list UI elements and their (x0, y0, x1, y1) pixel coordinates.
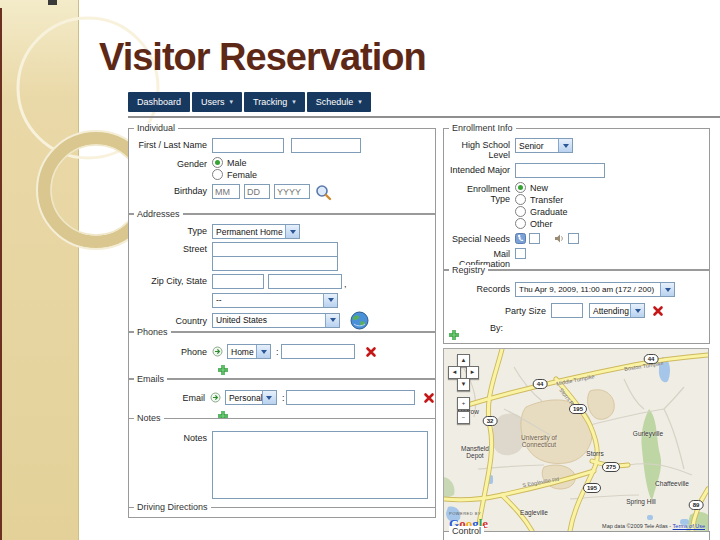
nav-dashboard-button[interactable]: Dashboard (128, 92, 190, 112)
route-badge-32: 32 (483, 416, 498, 426)
map-zoom-out-button[interactable]: − (457, 411, 470, 424)
enrollment-type-radio-label: Graduate (530, 207, 568, 217)
notes-fieldset: Notes Notes (128, 418, 436, 508)
mail-confirmation-checkbox[interactable] (515, 248, 526, 259)
nav-label: Dashboard (137, 92, 181, 112)
address-type-label: Type (133, 224, 207, 236)
globe-icon[interactable] (350, 311, 369, 330)
birthday-label: Birthday (133, 184, 207, 196)
gender-radio-label: Male (227, 158, 247, 168)
attending-value: Attending (590, 306, 630, 316)
emails-legend: Emails (134, 374, 167, 384)
hs-level-value: Senior (516, 141, 546, 151)
state-select[interactable]: -- (212, 293, 338, 308)
map-place-label: Chaffeeville (655, 480, 689, 487)
add-record-icon[interactable] (448, 329, 460, 341)
copyright-text: Map data ©2009 Tele Atlas - (602, 523, 671, 529)
party-size-label: Party Size (448, 306, 546, 316)
enrollment-type-radio-new[interactable] (515, 182, 526, 193)
street-label: Street (133, 242, 207, 254)
gender-radio-male[interactable] (212, 157, 223, 168)
phone-label: Phone (133, 347, 207, 357)
map-place-label: Gurleyville (633, 430, 663, 437)
control-fieldset: Control (443, 531, 710, 540)
gender-radio-female[interactable] (212, 169, 223, 180)
city-input[interactable] (268, 274, 342, 289)
delete-phone-icon[interactable] (365, 346, 377, 358)
map-down-button[interactable]: ▼ (457, 378, 470, 391)
last-name-input[interactable] (291, 138, 361, 153)
gender-label: Gender (133, 157, 207, 169)
caret-down-icon: ▾ (230, 92, 234, 112)
route-badge-44: 44 (644, 354, 659, 364)
special-needs-mobility-checkbox[interactable] (529, 233, 540, 244)
hs-level-label: High School Level (448, 138, 510, 160)
address-type-select[interactable]: Permanent Home (212, 224, 300, 239)
birthday-month-input[interactable] (212, 184, 240, 199)
enrollment-type-radio-graduate[interactable] (515, 206, 526, 217)
wheelchair-icon (515, 233, 526, 244)
records-value: Thu Apr 9, 2009, 11:00 am (172 / 200) (516, 285, 656, 294)
notes-textarea[interactable] (212, 431, 428, 499)
street-input-1[interactable] (212, 242, 338, 257)
map-place-label: University of Connecticut (521, 434, 557, 448)
individual-legend: Individual (134, 123, 178, 133)
delete-record-icon[interactable] (652, 305, 664, 317)
map[interactable]: MerrowMansfield DepotUniversity of Conne… (443, 348, 709, 532)
colon-text: : (276, 347, 279, 357)
arrow-circle-icon[interactable] (210, 392, 221, 403)
nav-schedule-button[interactable]: Schedule▾ (307, 92, 371, 112)
attending-select[interactable]: Attending (589, 303, 645, 318)
arrow-circle-icon[interactable] (212, 346, 223, 357)
enrollment-legend: Enrollment Info (449, 123, 516, 133)
enrollment-type-radio-label: Other (530, 219, 553, 229)
terms-of-use-link[interactable]: Terms of Use (673, 523, 705, 529)
email-type-select[interactable]: Personal (225, 390, 277, 405)
nav-users-button[interactable]: Users▾ (192, 92, 242, 112)
street-input-2[interactable] (212, 256, 338, 271)
birthday-day-input[interactable] (244, 184, 270, 199)
records-select[interactable]: Thu Apr 9, 2009, 11:00 am (172 / 200) (515, 282, 675, 297)
nav-label: Schedule (316, 92, 354, 112)
party-size-input[interactable] (551, 303, 583, 318)
add-phone-icon[interactable] (217, 364, 229, 376)
enrollment-type-radio-label: Transfer (530, 195, 563, 205)
phone-number-input[interactable] (281, 344, 355, 359)
nav-label: Tracking (253, 92, 287, 112)
dropdown-arrow-icon (660, 283, 674, 296)
route-badge-44: 44 (533, 379, 548, 389)
nav-tracking-button[interactable]: Tracking▾ (244, 92, 305, 112)
enrollment-type-radio-transfer[interactable] (515, 194, 526, 205)
intended-major-input[interactable] (515, 163, 605, 178)
zip-input[interactable] (212, 274, 264, 289)
enrollment-type-radio-other[interactable] (515, 218, 526, 229)
map-zoom-in-button[interactable]: + (457, 397, 470, 410)
driving-directions-legend: Driving Directions (134, 502, 211, 512)
hs-level-select[interactable]: Senior (515, 138, 573, 153)
calendar-lookup-icon[interactable] (315, 184, 332, 201)
special-needs-audio-checkbox[interactable] (568, 233, 579, 244)
country-select[interactable]: United States (212, 313, 340, 328)
dropdown-arrow-icon (262, 391, 276, 404)
nav-separator (128, 116, 720, 118)
slide-side-band (0, 0, 79, 540)
email-address-input[interactable] (286, 390, 415, 405)
route-badge-195: 195 (583, 483, 601, 493)
enrollment-type-label: Enrollment Type (448, 182, 510, 204)
comma-text: , (344, 279, 347, 289)
country-value: United States (213, 315, 269, 325)
phone-type-select[interactable]: Home (227, 344, 271, 359)
gender-radio-label: Female (227, 170, 257, 180)
route-badge-195: 195 (569, 404, 587, 414)
delete-email-icon[interactable] (423, 392, 435, 404)
first-name-input[interactable] (212, 138, 284, 153)
dropdown-arrow-icon (285, 225, 299, 238)
caret-down-icon: ▾ (292, 92, 296, 112)
records-label: Records (448, 282, 510, 294)
addresses-fieldset: Addresses Type Permanent Home Street Zip… (128, 214, 436, 332)
map-place-label: Eagleville (520, 509, 548, 516)
zip-city-state-inputs: , -- (212, 274, 349, 308)
addresses-legend: Addresses (134, 209, 183, 219)
page-title: Visitor Reservation (99, 36, 426, 79)
birthday-year-input[interactable] (274, 184, 310, 199)
